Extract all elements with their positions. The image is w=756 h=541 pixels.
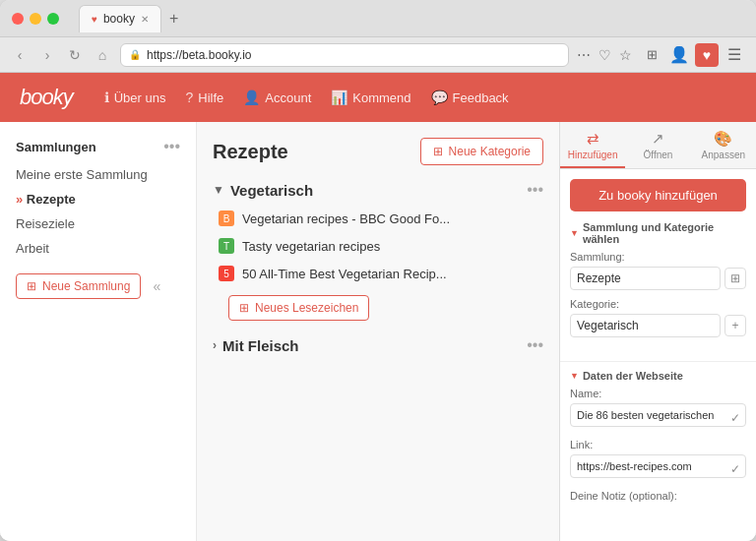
- page-header: Rezepte ⊞ Neue Kategorie: [213, 138, 543, 165]
- note-label: Deine Notiz (optional):: [570, 490, 746, 502]
- minimize-button[interactable]: [30, 13, 41, 25]
- sidebar-item-arbeit[interactable]: Arbeit: [16, 239, 180, 258]
- link-input-wrapper: ✓: [570, 454, 746, 484]
- collection-section-header: ▼ Sammlung und Kategorie wählen: [570, 221, 746, 245]
- add-collection-button[interactable]: ⊞ Neue Sammlung: [16, 273, 141, 299]
- refresh-button[interactable]: ↻: [65, 45, 85, 65]
- new-tab-button[interactable]: +: [169, 10, 178, 28]
- booky-tab-hinzufuegen[interactable]: ⇄ Hinzufügen: [560, 122, 625, 168]
- collection-select-wrapper: Rezepte ⊞: [570, 267, 746, 290]
- category-expand-icon[interactable]: ▼: [213, 183, 224, 197]
- bookmark-item[interactable]: 5 50 All-Time Best Vegetarian Recip...: [213, 262, 543, 285]
- category-menu-button[interactable]: •••: [527, 181, 543, 199]
- main-content: Rezepte ⊞ Neue Kategorie ▼ Vegetarisch •…: [197, 122, 559, 541]
- sidebar-item-rezepte[interactable]: Rezepte: [16, 190, 180, 209]
- name-input-wrapper: ✓: [570, 403, 746, 433]
- sidebar-item-meine-sammlung[interactable]: Meine erste Sammlung: [16, 165, 180, 184]
- nav-hilfe[interactable]: ? Hilfe: [185, 90, 223, 105]
- sidebar-collapse-icon[interactable]: «: [153, 278, 160, 294]
- active-tab[interactable]: ♥ booky ✕: [79, 5, 161, 32]
- toolbar-icons: ⋯ ♡ ☆: [577, 47, 632, 63]
- traffic-lights: [12, 13, 59, 25]
- add-icon: ⊞: [27, 279, 36, 293]
- sidebar: Sammlungen ••• Meine erste Sammlung Reze…: [0, 122, 197, 541]
- favicon-tasty: T: [219, 238, 234, 254]
- extension-icons: ⊞ 👤 ♥ ☰: [640, 43, 746, 67]
- zu-booky-hinzufuegen-button[interactable]: Zu booky hinzufügen: [570, 179, 746, 211]
- close-button[interactable]: [12, 13, 24, 25]
- link-input[interactable]: [570, 454, 746, 478]
- chart-icon: 📊: [331, 90, 347, 105]
- website-section-toggle-icon[interactable]: ▼: [570, 371, 579, 381]
- back-button[interactable]: ‹: [10, 45, 30, 65]
- category-menu-button[interactable]: •••: [527, 336, 543, 354]
- oeffnen-icon: ↗: [652, 130, 664, 148]
- category-title-vegetarisch: ▼ Vegetarisch: [213, 182, 313, 199]
- booky-extension-panel: ⇄ Hinzufügen ↗ Öffnen 🎨 Anpassen Zu book…: [559, 122, 756, 541]
- tab-favicon-icon: ♥: [92, 14, 97, 25]
- bookmark-item[interactable]: T Tasty vegetarian recipes: [213, 234, 543, 258]
- booky-tab-oeffnen[interactable]: ↗ Öffnen: [625, 122, 690, 168]
- category-select-wrapper: Vegetarisch +: [570, 314, 746, 337]
- category-select[interactable]: Vegetarisch: [570, 314, 721, 337]
- extensions-icon[interactable]: ⋯: [577, 47, 591, 63]
- bookmark-item[interactable]: B Vegetarian recipes - BBC Good Fo...: [213, 207, 543, 230]
- nav-feedback[interactable]: 💬 Feedback: [431, 90, 509, 105]
- collection-select[interactable]: Rezepte: [570, 267, 721, 290]
- booky-tab-anpassen[interactable]: 🎨 Anpassen: [691, 122, 756, 168]
- maximize-button[interactable]: [47, 13, 59, 25]
- browser-titlebar: ♥ booky ✕ +: [0, 0, 756, 37]
- app-body: Sammlungen ••• Meine erste Sammlung Reze…: [0, 122, 756, 541]
- nav-kommend[interactable]: 📊 Kommend: [331, 90, 410, 105]
- sidebar-toggle-icon[interactable]: ⊞: [640, 43, 663, 67]
- nav-ueber-uns[interactable]: ℹ Über uns: [104, 90, 166, 105]
- home-button[interactable]: ⌂: [93, 45, 112, 65]
- info-icon: ℹ: [104, 90, 109, 105]
- category-header-mit-fleisch: › Mit Fleisch •••: [213, 336, 543, 354]
- user-icon: 👤: [243, 90, 260, 105]
- category-vegetarisch: ▼ Vegetarisch ••• B Vegetarian recipes -…: [213, 181, 543, 321]
- category-title-mit-fleisch: › Mit Fleisch: [213, 337, 299, 354]
- tab-close-icon[interactable]: ✕: [141, 14, 149, 25]
- profile-icon[interactable]: 👤: [667, 43, 691, 67]
- browser-toolbar: ‹ › ↻ ⌂ 🔒 https://beta.booky.io ⋯ ♡ ☆ ⊞ …: [0, 37, 756, 73]
- collection-grid-icon[interactable]: ⊞: [724, 268, 746, 289]
- category-label: Kategorie:: [570, 298, 746, 310]
- sidebar-items: Meine erste Sammlung Rezepte Reiseziele …: [16, 165, 180, 258]
- tab-title: booky: [103, 12, 135, 26]
- star-icon[interactable]: ☆: [619, 47, 632, 63]
- link-label: Link:: [570, 439, 746, 451]
- sidebar-menu-button[interactable]: •••: [163, 138, 180, 155]
- nav-account[interactable]: 👤 Account: [243, 90, 311, 105]
- browser-window: ♥ booky ✕ + ‹ › ↻ ⌂ 🔒 https://beta.booky…: [0, 0, 756, 541]
- name-input[interactable]: [570, 403, 746, 427]
- name-check-icon: ✓: [730, 411, 740, 425]
- booky-extension-icon[interactable]: ♥: [695, 43, 719, 67]
- anpassen-icon: 🎨: [714, 130, 732, 148]
- collection-label: Sammlung:: [570, 251, 746, 263]
- favicon-bbc: B: [219, 210, 234, 226]
- address-bar[interactable]: 🔒 https://beta.booky.io: [120, 43, 569, 67]
- bookmark-icon[interactable]: ♡: [598, 47, 611, 63]
- forward-button[interactable]: ›: [37, 45, 57, 65]
- category-expand-icon[interactable]: ›: [213, 338, 217, 352]
- sidebar-section-title: Sammlungen: [16, 140, 96, 154]
- app-nav: ℹ Über uns ? Hilfe 👤 Account 📊 Kommend 💬…: [104, 90, 736, 105]
- app-logo[interactable]: booky: [20, 85, 73, 110]
- browser-tabs: ♥ booky ✕ +: [79, 5, 178, 32]
- website-section-header: ▼ Daten der Webseite: [570, 370, 746, 382]
- new-bookmark-button[interactable]: ⊞ Neues Lesezeichen: [228, 295, 369, 321]
- collection-section: ▼ Sammlung und Kategorie wählen Sammlung…: [560, 221, 756, 353]
- plus-icon: ⊞: [433, 145, 443, 158]
- sidebar-section-header: Sammlungen •••: [16, 138, 180, 155]
- new-category-button[interactable]: ⊞ Neue Kategorie: [420, 138, 543, 165]
- address-text: https://beta.booky.io: [147, 48, 252, 62]
- name-label: Name:: [570, 388, 746, 399]
- page-title: Rezepte: [213, 141, 288, 163]
- help-icon: ?: [185, 90, 193, 105]
- sidebar-item-reiseziele[interactable]: Reiseziele: [16, 214, 180, 233]
- section-toggle-icon[interactable]: ▼: [570, 228, 579, 238]
- category-add-icon[interactable]: +: [724, 315, 746, 336]
- bookmark-list-vegetarisch: B Vegetarian recipes - BBC Good Fo... T …: [213, 207, 543, 285]
- menu-icon[interactable]: ☰: [723, 43, 746, 67]
